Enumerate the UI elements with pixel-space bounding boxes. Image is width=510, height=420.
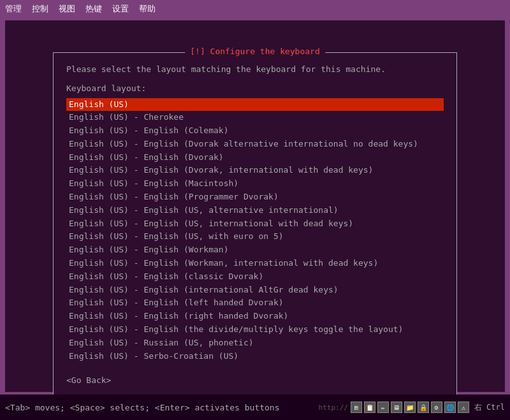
layout-item[interactable]: English (US) - English (US, internationa… [66,217,444,231]
status-right: http:// ⊞ 📋 ✏ 🖥 📁 🔒 ⚙ 🌐 ⚠ 右 Ctrl [319,402,505,413]
dialog-title: [!] Configure the keyboard [185,47,325,56]
url-partial: http:// [319,403,348,412]
terminal-area: [!] Configure the keyboard Please select… [5,20,505,392]
layout-item[interactable]: English (US) - Russian (US, phonetic) [66,337,444,350]
menu-help[interactable]: 帮助 [139,3,156,15]
layout-item[interactable]: English (US) - English (international Al… [66,284,444,297]
layout-item[interactable]: English (US) - English (Colemak) [66,124,444,138]
dialog-content: Please select the layout matching the ke… [66,63,444,385]
menu-control[interactable]: 控制 [32,3,48,15]
go-back-button[interactable]: <Go Back> [66,375,111,385]
layout-item[interactable]: English (US) - English (left handed Dvor… [66,296,444,310]
taskbar-icon-8[interactable]: 🌐 [444,402,456,413]
keyboard-layout-label: Keyboard layout: [66,83,444,93]
layout-item[interactable]: English (US) - English (Workman) [66,243,444,257]
layout-item[interactable]: English (US) - Cherokee [66,111,444,124]
layout-item[interactable]: English (US) - English (right handed Dvo… [66,310,444,323]
layout-item[interactable]: English (US) [66,98,444,112]
layout-item[interactable]: English (US) - English (Workman, interna… [66,257,444,270]
dialog-description: Please select the layout matching the ke… [66,63,444,76]
menu-manage[interactable]: 管理 [5,3,22,15]
layout-list: English (US)English (US) - CherokeeEngli… [66,98,444,363]
status-hint: <Tab> moves; <Space> selects; <Enter> ac… [5,403,279,412]
taskbar-icon-5[interactable]: 📁 [404,402,416,413]
menu-hotkeys[interactable]: 热键 [85,3,102,15]
taskbar-icon-2[interactable]: 📋 [364,402,375,413]
layout-item[interactable]: English (US) - Serbo-Croatian (US) [66,350,444,363]
layout-item[interactable]: English (US) - English (Macintosh) [66,177,444,191]
configure-keyboard-dialog: [!] Configure the keyboard Please select… [53,52,457,396]
layout-item[interactable]: English (US) - English (Dvorak, internat… [66,164,444,177]
taskbar-icon-6[interactable]: 🔒 [418,402,429,413]
layout-item[interactable]: English (US) - English (classic Dvorak) [66,270,444,284]
taskbar-icon-1[interactable]: ⊞ [351,402,362,413]
taskbar-icon-7[interactable]: ⚙ [431,402,442,413]
menu-settings[interactable]: 设置 [112,3,129,15]
layout-item[interactable]: English (US) - English (Dvorak) [66,151,444,164]
taskbar-icon-3[interactable]: ✏ [377,402,389,413]
layout-item[interactable]: English (US) - English (US, alternative … [66,204,444,217]
status-bar: <Tab> moves; <Space> selects; <Enter> ac… [0,395,510,420]
taskbar-icon-9[interactable]: ⚠ [458,402,469,413]
taskbar-icon-4[interactable]: 🖥 [391,402,402,413]
ctrl-label: 右 Ctrl [474,402,505,413]
layout-item[interactable]: English (US) - English (Programmer Dvora… [66,191,444,204]
menu-view[interactable]: 视图 [59,3,75,15]
layout-item[interactable]: English (US) - English (Dvorak alternati… [66,138,444,151]
layout-item[interactable]: English (US) - English (US, with euro on… [66,230,444,243]
taskbar-icons: ⊞ 📋 ✏ 🖥 📁 🔒 ⚙ 🌐 ⚠ [351,402,469,413]
menu-bar: 管理 控制 视图 热键 设置 帮助 [0,0,510,18]
layout-item[interactable]: English (US) - English (the divide/multi… [66,323,444,337]
